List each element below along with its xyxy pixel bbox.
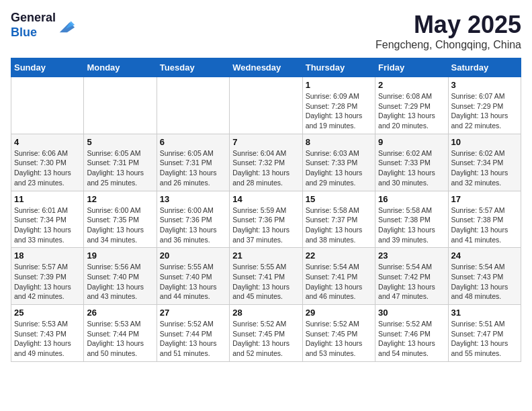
calendar-day-cell: 6Sunrise: 6:05 AM Sunset: 7:31 PM Daylig… bbox=[157, 134, 229, 191]
day-number: 26 bbox=[87, 308, 153, 318]
day-info: Sunrise: 5:56 AM Sunset: 7:40 PM Dayligh… bbox=[87, 262, 153, 302]
day-info: Sunrise: 5:52 AM Sunset: 7:45 PM Dayligh… bbox=[232, 319, 299, 359]
calendar-day-cell: 16Sunrise: 5:58 AM Sunset: 7:38 PM Dayli… bbox=[375, 191, 448, 248]
calendar-day-cell: 17Sunrise: 5:57 AM Sunset: 7:38 PM Dayli… bbox=[448, 191, 521, 248]
day-info: Sunrise: 6:09 AM Sunset: 7:28 PM Dayligh… bbox=[306, 91, 372, 131]
calendar-day-cell: 25Sunrise: 5:53 AM Sunset: 7:43 PM Dayli… bbox=[11, 305, 84, 362]
day-info: Sunrise: 5:59 AM Sunset: 7:36 PM Dayligh… bbox=[232, 205, 299, 245]
calendar-week-row: 25Sunrise: 5:53 AM Sunset: 7:43 PM Dayli… bbox=[11, 305, 521, 362]
calendar-day-cell: 1Sunrise: 6:09 AM Sunset: 7:28 PM Daylig… bbox=[302, 77, 375, 134]
calendar-day-cell: 21Sunrise: 5:55 AM Sunset: 7:41 PM Dayli… bbox=[230, 248, 302, 305]
weekday-header-cell: Friday bbox=[375, 58, 448, 77]
day-info: Sunrise: 6:04 AM Sunset: 7:32 PM Dayligh… bbox=[232, 148, 299, 188]
logo: General Blue bbox=[11, 11, 76, 40]
day-number: 29 bbox=[306, 308, 372, 318]
day-number: 4 bbox=[14, 137, 81, 147]
calendar-day-cell: 30Sunrise: 5:52 AM Sunset: 7:46 PM Dayli… bbox=[375, 305, 448, 362]
calendar-day-cell: 26Sunrise: 5:53 AM Sunset: 7:44 PM Dayli… bbox=[84, 305, 157, 362]
day-info: Sunrise: 5:57 AM Sunset: 7:38 PM Dayligh… bbox=[451, 205, 518, 245]
day-info: Sunrise: 5:53 AM Sunset: 7:44 PM Dayligh… bbox=[87, 319, 153, 359]
day-info: Sunrise: 6:05 AM Sunset: 7:31 PM Dayligh… bbox=[160, 148, 226, 188]
day-info: Sunrise: 5:52 AM Sunset: 7:46 PM Dayligh… bbox=[378, 319, 445, 359]
day-number: 9 bbox=[378, 137, 445, 147]
day-number: 30 bbox=[378, 308, 445, 318]
day-number: 19 bbox=[87, 250, 153, 261]
weekday-header-cell: Monday bbox=[84, 58, 157, 77]
weekday-header-cell: Wednesday bbox=[230, 58, 302, 77]
day-info: Sunrise: 5:54 AM Sunset: 7:42 PM Dayligh… bbox=[378, 262, 445, 302]
calendar-day-cell: 22Sunrise: 5:54 AM Sunset: 7:41 PM Dayli… bbox=[302, 248, 375, 305]
calendar-day-cell bbox=[11, 77, 84, 134]
day-info: Sunrise: 6:07 AM Sunset: 7:29 PM Dayligh… bbox=[451, 91, 518, 131]
day-number: 15 bbox=[306, 194, 372, 204]
day-info: Sunrise: 6:00 AM Sunset: 7:36 PM Dayligh… bbox=[160, 205, 226, 245]
calendar-day-cell bbox=[84, 77, 157, 134]
day-info: Sunrise: 5:52 AM Sunset: 7:45 PM Dayligh… bbox=[306, 319, 372, 359]
calendar-day-cell bbox=[157, 77, 229, 134]
day-number: 24 bbox=[451, 250, 518, 261]
day-info: Sunrise: 5:57 AM Sunset: 7:39 PM Dayligh… bbox=[14, 262, 81, 302]
day-number: 5 bbox=[87, 137, 153, 147]
calendar-week-row: 1Sunrise: 6:09 AM Sunset: 7:28 PM Daylig… bbox=[11, 77, 521, 134]
calendar-day-cell: 23Sunrise: 5:54 AM Sunset: 7:42 PM Dayli… bbox=[375, 248, 448, 305]
calendar-day-cell: 4Sunrise: 6:06 AM Sunset: 7:30 PM Daylig… bbox=[11, 134, 84, 191]
day-info: Sunrise: 6:08 AM Sunset: 7:29 PM Dayligh… bbox=[378, 91, 445, 131]
calendar-day-cell: 28Sunrise: 5:52 AM Sunset: 7:45 PM Dayli… bbox=[230, 305, 302, 362]
calendar-day-cell: 27Sunrise: 5:52 AM Sunset: 7:44 PM Dayli… bbox=[157, 305, 229, 362]
day-number: 21 bbox=[232, 250, 299, 261]
title-area: May 2025 Fengcheng, Chongqing, China bbox=[375, 11, 521, 51]
day-info: Sunrise: 6:01 AM Sunset: 7:34 PM Dayligh… bbox=[14, 205, 81, 245]
day-info: Sunrise: 5:55 AM Sunset: 7:40 PM Dayligh… bbox=[160, 262, 226, 302]
day-info: Sunrise: 6:02 AM Sunset: 7:33 PM Dayligh… bbox=[378, 148, 445, 188]
calendar-day-cell: 29Sunrise: 5:52 AM Sunset: 7:45 PM Dayli… bbox=[302, 305, 375, 362]
day-number: 17 bbox=[451, 194, 518, 204]
day-info: Sunrise: 6:02 AM Sunset: 7:34 PM Dayligh… bbox=[451, 148, 518, 188]
weekday-header-cell: Sunday bbox=[11, 58, 84, 77]
day-info: Sunrise: 5:54 AM Sunset: 7:43 PM Dayligh… bbox=[451, 262, 518, 302]
calendar-day-cell bbox=[230, 77, 302, 134]
calendar-day-cell: 19Sunrise: 5:56 AM Sunset: 7:40 PM Dayli… bbox=[84, 248, 157, 305]
day-number: 12 bbox=[87, 194, 153, 204]
calendar-day-cell: 31Sunrise: 5:51 AM Sunset: 7:47 PM Dayli… bbox=[448, 305, 521, 362]
calendar-day-cell: 9Sunrise: 6:02 AM Sunset: 7:33 PM Daylig… bbox=[375, 134, 448, 191]
day-number: 1 bbox=[306, 80, 372, 90]
day-number: 18 bbox=[14, 250, 81, 261]
location-title: Fengcheng, Chongqing, China bbox=[375, 39, 521, 51]
weekday-header-cell: Thursday bbox=[302, 58, 375, 77]
day-number: 27 bbox=[160, 308, 226, 318]
calendar-day-cell: 2Sunrise: 6:08 AM Sunset: 7:29 PM Daylig… bbox=[375, 77, 448, 134]
calendar-table: SundayMondayTuesdayWednesdayThursdayFrid… bbox=[11, 58, 521, 362]
day-info: Sunrise: 5:52 AM Sunset: 7:44 PM Dayligh… bbox=[160, 319, 226, 359]
day-number: 31 bbox=[451, 308, 518, 318]
day-number: 28 bbox=[232, 308, 299, 318]
logo-blue: Blue bbox=[11, 26, 37, 39]
calendar-day-cell: 20Sunrise: 5:55 AM Sunset: 7:40 PM Dayli… bbox=[157, 248, 229, 305]
day-number: 14 bbox=[232, 194, 299, 204]
day-number: 13 bbox=[160, 194, 226, 204]
day-info: Sunrise: 5:53 AM Sunset: 7:43 PM Dayligh… bbox=[14, 319, 81, 359]
calendar-day-cell: 24Sunrise: 5:54 AM Sunset: 7:43 PM Dayli… bbox=[448, 248, 521, 305]
day-number: 16 bbox=[378, 194, 445, 204]
calendar-day-cell: 18Sunrise: 5:57 AM Sunset: 7:39 PM Dayli… bbox=[11, 248, 84, 305]
calendar-week-row: 11Sunrise: 6:01 AM Sunset: 7:34 PM Dayli… bbox=[11, 191, 521, 248]
weekday-header-row: SundayMondayTuesdayWednesdayThursdayFrid… bbox=[11, 58, 521, 77]
calendar-week-row: 18Sunrise: 5:57 AM Sunset: 7:39 PM Dayli… bbox=[11, 248, 521, 305]
day-number: 23 bbox=[378, 250, 445, 261]
calendar-day-cell: 10Sunrise: 6:02 AM Sunset: 7:34 PM Dayli… bbox=[448, 134, 521, 191]
calendar-day-cell: 13Sunrise: 6:00 AM Sunset: 7:36 PM Dayli… bbox=[157, 191, 229, 248]
day-info: Sunrise: 5:51 AM Sunset: 7:47 PM Dayligh… bbox=[451, 319, 518, 359]
weekday-header-cell: Saturday bbox=[448, 58, 521, 77]
day-info: Sunrise: 6:06 AM Sunset: 7:30 PM Dayligh… bbox=[14, 148, 81, 188]
day-number: 20 bbox=[160, 250, 226, 261]
calendar-day-cell: 7Sunrise: 6:04 AM Sunset: 7:32 PM Daylig… bbox=[230, 134, 302, 191]
calendar-body: 1Sunrise: 6:09 AM Sunset: 7:28 PM Daylig… bbox=[11, 77, 521, 362]
day-number: 3 bbox=[451, 80, 518, 90]
day-number: 8 bbox=[306, 137, 372, 147]
day-number: 7 bbox=[232, 137, 299, 147]
day-number: 25 bbox=[14, 308, 81, 318]
calendar-day-cell: 5Sunrise: 6:05 AM Sunset: 7:31 PM Daylig… bbox=[84, 134, 157, 191]
day-number: 22 bbox=[306, 250, 372, 261]
day-info: Sunrise: 5:55 AM Sunset: 7:41 PM Dayligh… bbox=[232, 262, 299, 302]
calendar-day-cell: 3Sunrise: 6:07 AM Sunset: 7:29 PM Daylig… bbox=[448, 77, 521, 134]
logo-icon bbox=[57, 16, 76, 35]
